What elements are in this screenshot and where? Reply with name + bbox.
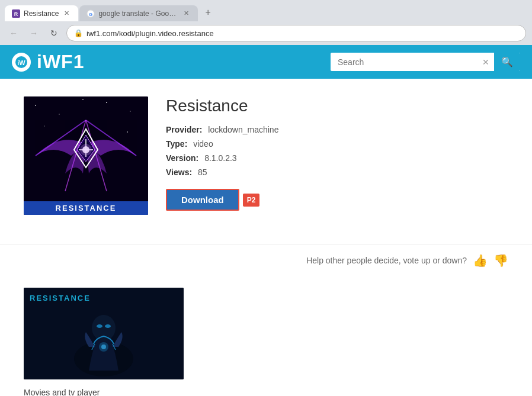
refresh-button[interactable]: ↻ — [46, 25, 62, 41]
site-header: iW iWF1 ✕ 🔍 — [0, 45, 532, 79]
svg-point-28 — [97, 324, 102, 328]
svg-text:R: R — [14, 11, 18, 17]
screenshot-label: RESISTANCE — [30, 294, 91, 302]
tab-google-translate[interactable]: G google translate - Google Search ✕ — [79, 5, 198, 21]
views-row: Views: 85 — [166, 168, 508, 177]
page-content: RESISTANCE Resistance Provider: lockdown… — [0, 79, 532, 396]
address-bar-row: ← → ↻ 🔒 iwf1.com/kodi/plugin.video.resis… — [0, 21, 532, 45]
screenshot-section: RESISTANCE Movies and tv player — [0, 276, 532, 396]
version-label: Version: — [166, 153, 198, 163]
search-button[interactable]: 🔍 — [494, 53, 520, 71]
views-label: Views: — [166, 168, 192, 177]
plugin-image-label: RESISTANCE — [24, 201, 148, 215]
site-logo: iWF1 — [37, 51, 84, 73]
download-area: Download P2 — [166, 189, 508, 211]
vote-row: Help other people decide, vote up or dow… — [0, 244, 532, 276]
svg-text:G: G — [89, 12, 92, 17]
plugin-card: RESISTANCE Resistance Provider: lockdown… — [0, 79, 532, 244]
type-value: video — [193, 139, 213, 149]
svg-point-27 — [92, 315, 116, 341]
tab-favicon-resistance: R — [12, 9, 20, 18]
plugin-header: RESISTANCE Resistance Provider: lockdown… — [24, 96, 508, 215]
svg-text:iW: iW — [17, 59, 25, 66]
vote-text: Help other people decide, vote up or dow… — [306, 256, 467, 265]
tab-resistance[interactable]: R Resistance ✕ — [5, 5, 78, 21]
tab-title-resistance: Resistance — [24, 9, 59, 18]
tab-close-google[interactable]: ✕ — [182, 9, 191, 18]
tab-close-resistance[interactable]: ✕ — [62, 9, 71, 18]
tab-bar: R Resistance ✕ G google translate - Goog… — [0, 0, 532, 21]
thumbs-down-icon[interactable]: 👎 — [493, 253, 508, 268]
plugin-title: Resistance — [166, 96, 508, 115]
tab-favicon-google: G — [86, 9, 95, 18]
new-tab-button[interactable]: + — [199, 4, 216, 21]
svg-point-8 — [59, 114, 60, 115]
type-label: Type: — [166, 139, 187, 149]
search-clear-button[interactable]: ✕ — [477, 54, 494, 70]
svg-point-13 — [127, 131, 128, 133]
search-bar: ✕ 🔍 — [331, 53, 520, 71]
plugin-info: Resistance Provider: lockdown_machine Ty… — [166, 96, 508, 211]
type-row: Type: video — [166, 139, 508, 149]
provider-value: lockdown_machine — [208, 125, 278, 134]
version-value: 8.1.0.2.3 — [204, 153, 237, 163]
back-button[interactable]: ← — [6, 25, 21, 41]
p2-badge: P2 — [243, 194, 260, 207]
views-value: 85 — [198, 168, 207, 177]
svg-point-7 — [35, 105, 36, 106]
svg-point-10 — [130, 111, 130, 111]
search-icon: 🔍 — [501, 56, 513, 67]
tab-title-google: google translate - Google Search — [98, 9, 178, 18]
svg-point-12 — [44, 125, 45, 127]
browser-chrome: R Resistance ✕ G google translate - Goog… — [0, 0, 532, 396]
svg-point-29 — [105, 324, 111, 328]
svg-point-24 — [80, 144, 92, 156]
version-row: Version: 8.1.0.2.3 — [166, 153, 508, 163]
address-text: iwf1.com/kodi/plugin.video.resistance — [86, 29, 214, 38]
site-logo-icon: iW — [12, 53, 31, 72]
svg-point-9 — [106, 102, 107, 103]
download-button[interactable]: Download — [166, 189, 239, 211]
forward-button[interactable]: → — [26, 25, 41, 41]
screenshot-image: RESISTANCE — [24, 288, 184, 379]
search-input[interactable] — [331, 54, 477, 70]
search-bar-container: ✕ 🔍 — [331, 53, 520, 71]
plugin-image: RESISTANCE — [24, 96, 148, 215]
svg-point-11 — [82, 99, 84, 100]
provider-label: Provider: — [166, 125, 202, 134]
svg-point-31 — [101, 345, 106, 349]
description-text: Movies and tv player — [24, 388, 508, 396]
provider-row: Provider: lockdown_machine — [166, 125, 508, 134]
lock-icon: 🔒 — [74, 29, 83, 37]
address-field[interactable]: 🔒 iwf1.com/kodi/plugin.video.resistance — [66, 25, 526, 41]
thumbs-up-icon[interactable]: 👍 — [473, 253, 488, 268]
